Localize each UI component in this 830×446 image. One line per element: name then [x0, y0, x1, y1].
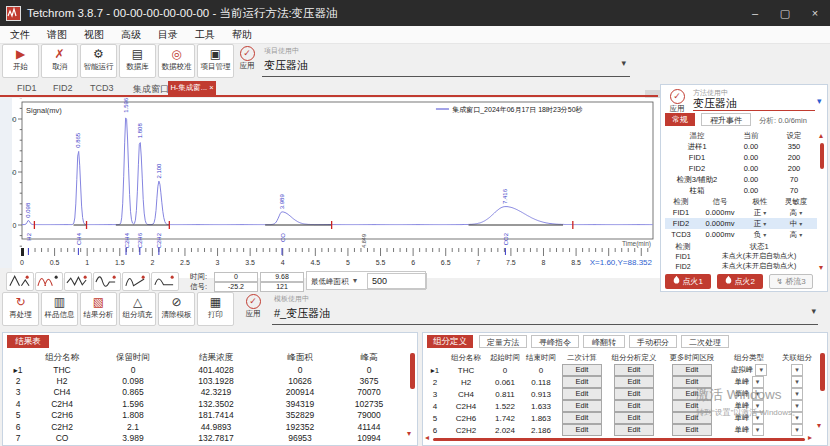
temp-row-柱箱[interactable]: 柱箱0.0070: [665, 185, 817, 196]
def-tab-1[interactable]: 定量方法: [479, 335, 527, 348]
peak-tool-valley-peak[interactable]: [93, 272, 121, 291]
def-tab-4[interactable]: 手动积分: [629, 335, 677, 348]
edit-button[interactable]: Edit: [614, 388, 654, 400]
def-tab-5[interactable]: 二次处理: [681, 335, 729, 348]
chevron-down-icon[interactable]: ▾: [752, 388, 764, 400]
tab-active-integration-window[interactable]: H-集成窗... ×: [168, 81, 216, 95]
detector-row-FID1[interactable]: FID10.000mv正 ▾高 ▾: [665, 207, 817, 218]
related-component-dropdown[interactable]: ▾: [791, 376, 803, 388]
temp-row-检测3/辅助2[interactable]: 检测3/辅助20.0070: [665, 174, 817, 185]
tab-fid2[interactable]: FID2: [53, 83, 73, 93]
tab-ramp-events[interactable]: 程升事件: [701, 113, 751, 126]
detector-row-FID2[interactable]: FID20.000mv正 ▾中 ▾: [665, 218, 817, 229]
edit-button[interactable]: Edit: [614, 400, 654, 412]
definition-vertical-scrollbar[interactable]: [820, 353, 825, 391]
edit-button[interactable]: Edit: [562, 376, 602, 388]
peak-tool-drop-peak[interactable]: [122, 272, 150, 291]
temp-row-FID1[interactable]: FID10.00200: [665, 152, 817, 163]
component-type-dropdown[interactable]: 单峰 ▾: [734, 425, 763, 434]
time-min-field[interactable]: 0: [214, 272, 258, 282]
close-tab-icon[interactable]: ×: [207, 83, 213, 92]
definition-horizontal-scrollbar[interactable]: [433, 438, 805, 441]
definition-row-C2H4[interactable]: 4C2H41.5221.633EditEditEdit单峰 ▾▾: [425, 400, 819, 412]
def-tab-2[interactable]: 寻峰指令: [531, 335, 579, 348]
cancel-button[interactable]: ✗取消: [41, 44, 78, 78]
chevron-down-icon[interactable]: ▾: [752, 376, 764, 388]
scroll-left-icon[interactable]: ◂: [425, 433, 429, 442]
scroll-down-icon[interactable]: ▾: [407, 429, 411, 438]
tab-fid1[interactable]: FID1: [17, 83, 37, 93]
results-row-THC[interactable]: ▸1THC0401.402800: [7, 364, 405, 375]
chevron-down-icon[interactable]: ▾: [752, 424, 764, 436]
maximize-button[interactable]: ▢: [770, 0, 800, 26]
chevron-down-icon[interactable]: ▾: [621, 58, 626, 68]
project-management-button[interactable]: ▣项目管理: [197, 44, 234, 78]
tab-general[interactable]: 常规: [665, 113, 695, 126]
reprocess-button[interactable]: ↻再处理: [2, 292, 39, 326]
signal-min-field[interactable]: -25.2: [214, 282, 258, 292]
temp-row-FID2[interactable]: FID20.00200: [665, 163, 817, 174]
temp-vertical-scrollbar[interactable]: [820, 143, 824, 169]
related-component-dropdown[interactable]: ▾: [791, 400, 803, 412]
results-row-H2[interactable]: 2H20.098103.1928106263675: [7, 375, 405, 386]
menu-item-6[interactable]: 帮助: [232, 28, 252, 42]
menu-item-5[interactable]: 工具: [195, 28, 215, 42]
edit-button[interactable]: Edit: [562, 364, 602, 376]
chevron-down-icon[interactable]: ▾: [811, 306, 816, 316]
edit-button[interactable]: Edit: [614, 412, 654, 424]
related-component-dropdown[interactable]: ▾: [791, 388, 803, 400]
scroll-down-icon[interactable]: ▾: [819, 263, 823, 272]
sensitivity-dropdown[interactable]: 高 ▾: [790, 230, 803, 239]
smart-run-button[interactable]: ⚙智能运行: [80, 44, 117, 78]
scroll-up-icon[interactable]: ▴: [819, 131, 823, 140]
sample-info-button[interactable]: ▥样品信息: [41, 292, 78, 326]
close-button[interactable]: ×: [800, 0, 830, 26]
results-row-C2H6[interactable]: 5C2H61.808181.741435282979000: [7, 410, 405, 421]
temp-row-进样1[interactable]: 进样10.00350: [665, 141, 817, 152]
chromatogram-panel[interactable]: 05010000.511.522.533.544.555.566.577.588…: [12, 98, 660, 278]
scroll-down-icon[interactable]: ▾: [817, 421, 821, 430]
scroll-right-icon[interactable]: ▸: [808, 433, 812, 442]
component-fill-button[interactable]: △组分填充: [119, 292, 156, 326]
component-type-dropdown[interactable]: 虚拟峰 ▾: [731, 365, 768, 374]
apply-method-button[interactable]: ✓ 应用: [665, 89, 689, 114]
signal-max-field[interactable]: 121: [260, 282, 304, 292]
start-button[interactable]: ▶开始: [2, 44, 39, 78]
peak-tool-double-peak[interactable]: [35, 272, 63, 291]
edit-button[interactable]: Edit: [562, 388, 602, 400]
related-component-dropdown[interactable]: ▾: [791, 364, 803, 376]
chevron-down-icon[interactable]: ▾: [752, 400, 764, 412]
tab-tcd3[interactable]: TCD3: [90, 83, 114, 93]
definition-row-C2H2[interactable]: 6C2H22.0242.186EditEditEdit单峰 ▾▾: [425, 424, 819, 436]
menu-item-1[interactable]: 谱图: [47, 28, 67, 42]
menu-item-3[interactable]: 高级: [121, 28, 141, 42]
sensitivity-dropdown[interactable]: 高 ▾: [790, 208, 803, 217]
method-field-value[interactable]: 变压器油: [693, 96, 737, 111]
results-row-C2H2[interactable]: 6C2H22.144.989319235241144: [7, 421, 405, 432]
results-row-C2H4[interactable]: 4C2H41.596132.3502394319102735: [7, 398, 405, 409]
definition-row-THC[interactable]: ▸1THC00EditEditEdit虚拟峰 ▾▾: [425, 364, 819, 376]
def-tab-3[interactable]: 峰翻转: [583, 335, 625, 348]
detector-row-TCD3[interactable]: TCD30.000mv负 ▾高 ▾: [665, 229, 817, 240]
chevron-down-icon[interactable]: ▾: [752, 412, 764, 424]
edit-button[interactable]: Edit: [672, 388, 712, 400]
chevron-down-icon[interactable]: ▾: [755, 364, 767, 376]
chromatogram-plot[interactable]: 05010000.511.522.533.544.555.566.577.588…: [12, 98, 660, 278]
chevron-down-icon[interactable]: ▾: [817, 96, 822, 106]
apply-template-button[interactable]: ✓ 应用: [238, 294, 268, 319]
polarity-dropdown[interactable]: 正 ▾: [754, 208, 767, 217]
menu-item-4[interactable]: 目录: [158, 28, 178, 42]
menu-item-0[interactable]: 文件: [10, 28, 30, 42]
component-type-dropdown[interactable]: 单峰 ▾: [734, 389, 763, 398]
edit-button[interactable]: Edit: [672, 400, 712, 412]
apply-project-button[interactable]: ✓ 应用: [232, 46, 262, 71]
sensitivity-dropdown[interactable]: 中 ▾: [790, 219, 803, 228]
database-button[interactable]: ▤数据库: [119, 44, 156, 78]
min-peak-area-value[interactable]: 500: [367, 273, 427, 289]
peak-tool-tail-peak[interactable]: [151, 272, 179, 291]
edit-button[interactable]: Edit: [672, 424, 712, 436]
component-type-dropdown[interactable]: 单峰 ▾: [734, 413, 763, 422]
data-calibration-button[interactable]: ◎数据校准: [158, 44, 195, 78]
component-type-dropdown[interactable]: 单峰 ▾: [734, 377, 763, 386]
related-component-dropdown[interactable]: ▾: [791, 412, 803, 424]
